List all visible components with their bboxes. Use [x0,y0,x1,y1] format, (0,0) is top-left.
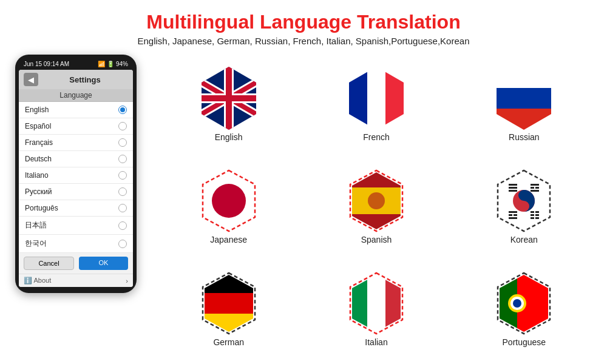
svg-point-25 [368,192,385,209]
flag-item-italian: Italian [305,272,447,347]
japanese-flag-hex [202,169,256,232]
italian-label: Italian [365,337,387,347]
svg-rect-46 [535,217,539,219]
svg-rect-15 [497,67,551,88]
svg-rect-32 [509,190,517,192]
lang-espanol-radio[interactable] [118,122,127,130]
russian-flag-hex [497,67,551,130]
lang-japanese-radio[interactable] [118,221,127,230]
portuguese-label: Portuguese [503,337,546,347]
svg-rect-45 [531,217,534,219]
flag-item-korean: Korean [453,169,595,244]
lang-deutsch-radio[interactable] [118,155,127,163]
lang-item-deutsch[interactable]: Deutsch [19,151,133,167]
svg-rect-50 [202,293,256,314]
spanish-label: Spanish [361,235,392,244]
page-header: Multilingual Language Translation Englis… [0,0,607,50]
english-label: English [215,132,243,142]
flag-item-french: French [305,67,447,142]
svg-rect-41 [531,211,534,213]
italian-flag-hex [349,272,404,335]
lang-item-francais[interactable]: Français [19,135,133,151]
svg-rect-40 [509,217,517,219]
french-label: French [363,132,390,142]
svg-rect-36 [531,190,539,192]
svg-rect-16 [497,88,551,109]
svg-rect-56 [385,272,404,335]
flag-item-german: German [158,272,299,347]
lang-item-espanol[interactable]: Español [19,118,133,135]
svg-rect-17 [497,109,551,130]
svg-point-63 [513,299,521,308]
svg-rect-43 [531,214,534,216]
phone-device: Jun 15 09:14 AM 📶 🔋 94% ◀ Settings Langu… [15,55,137,293]
svg-point-20 [212,184,246,218]
svg-rect-30 [509,184,517,186]
svg-rect-11 [349,67,367,130]
main-title: Multilingual Language Translation [0,11,607,33]
english-flag-hex [202,67,256,130]
spanish-flag-hex [349,169,404,232]
lang-item-korean[interactable]: 한국어 [19,235,133,253]
svg-rect-33 [531,184,539,186]
svg-rect-12 [367,67,385,130]
svg-rect-39 [514,214,517,216]
korean-label: Korean [510,235,538,244]
lang-portugues-radio[interactable] [118,204,127,212]
lang-korean-radio[interactable] [118,240,127,248]
about-row: ℹ️ About › [19,274,133,287]
french-flag-hex [349,67,404,130]
subtitle: English, Japanese, German, Russian, Fren… [0,36,607,46]
language-list: English Español Français Deutsch [19,102,133,253]
flag-item-japanese: Japanese [158,169,299,244]
flags-grid: English French [146,50,601,364]
status-bar: Jun 15 09:14 AM 📶 🔋 94% [19,59,133,70]
date-time: Jun 15 09:14 AM [24,61,69,67]
language-section-header: Language [19,89,133,102]
phone-buttons: Cancel OK [19,253,133,274]
flag-item-spanish: Spanish [305,169,447,244]
back-button[interactable]: ◀ [24,73,38,86]
lang-francais-radio[interactable] [118,138,127,147]
settings-label: Settings [42,75,128,84]
svg-rect-34 [531,187,534,189]
lang-item-english[interactable]: English [19,102,133,118]
lang-italiano-radio[interactable] [118,171,127,180]
german-label: German [213,337,244,347]
korean-flag-hex [497,169,551,232]
svg-rect-9 [202,95,256,101]
svg-rect-13 [385,67,404,130]
lang-english-label: English [25,106,49,114]
phone-screen: ◀ Settings Language English Español Fran… [19,70,133,287]
japanese-label: Japanese [210,235,247,244]
battery: 📶 🔋 94% [98,61,128,67]
svg-rect-54 [349,272,367,335]
lang-russian-radio[interactable] [118,187,127,196]
lang-item-italiano[interactable]: Italiano [19,167,133,184]
svg-rect-51 [202,314,256,335]
main-content: Jun 15 09:14 AM 📶 🔋 94% ◀ Settings Langu… [0,50,607,364]
svg-rect-31 [509,187,517,189]
svg-rect-55 [367,272,385,335]
flag-item-english: English [158,67,299,142]
russian-label: Russian [509,132,540,142]
topbar: ◀ Settings [19,70,133,89]
phone-mockup: Jun 15 09:14 AM 📶 🔋 94% ◀ Settings Langu… [6,50,146,364]
cancel-button[interactable]: Cancel [24,257,74,270]
flag-item-portuguese: Portuguese [453,272,595,347]
svg-rect-38 [509,214,512,216]
flag-item-russian: Russian [453,67,595,142]
german-flag-hex [202,272,256,335]
lang-item-japanese[interactable]: 日本語 [19,217,133,235]
ok-button[interactable]: OK [79,257,128,270]
svg-rect-37 [509,211,517,213]
lang-english-radio[interactable] [118,106,127,114]
lang-item-russian[interactable]: Русский [19,184,133,200]
svg-rect-44 [535,214,539,216]
svg-rect-42 [535,211,539,213]
svg-rect-35 [535,187,539,189]
lang-item-portugues[interactable]: Português [19,200,133,217]
portuguese-flag-hex [497,272,551,335]
